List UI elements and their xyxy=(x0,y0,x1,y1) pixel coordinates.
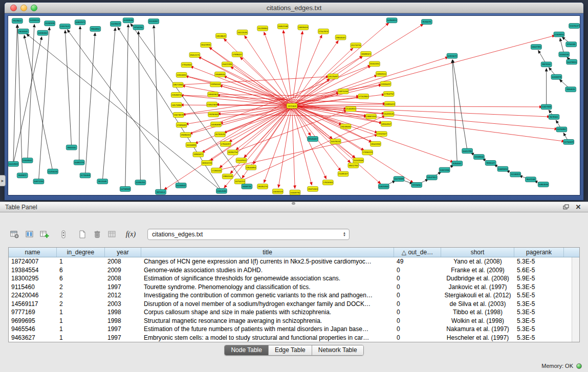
graph-node[interactable]: 17085681 xyxy=(176,122,187,127)
graph-node[interactable]: 17826905 xyxy=(322,180,333,185)
graph-node[interactable]: 16433105 xyxy=(383,112,394,117)
graph-node[interactable]: 19145457 xyxy=(308,137,318,142)
table-row[interactable]: 977716911998Corpus callosum shape and si… xyxy=(9,308,579,317)
graph-node[interactable]: 20421935 xyxy=(222,62,232,67)
graph-node[interactable]: 9284567 xyxy=(452,161,463,166)
panel-collapse-handle[interactable]: ▸ xyxy=(0,175,6,186)
graph-node[interactable]: 15673879 xyxy=(173,113,184,118)
graph-node[interactable]: 11652083 xyxy=(216,188,227,193)
table-row[interactable]: 911546021997Tourette syndrome. Phenomeno… xyxy=(9,283,579,292)
graph-node[interactable]: 19125487 xyxy=(328,74,338,79)
graph-node[interactable]: 10536978 xyxy=(551,74,562,79)
show-columns-icon[interactable] xyxy=(23,229,36,240)
graph-node[interactable]: 10196524 xyxy=(29,18,40,23)
graph-node[interactable]: 18560907 xyxy=(381,121,391,126)
graph-node[interactable]: 20885419 xyxy=(384,101,395,106)
close-panel-icon[interactable]: ✕ xyxy=(574,203,583,211)
graph-node[interactable]: 21552647 xyxy=(376,132,387,137)
network-canvas[interactable]: 1972409181186221602393119412175175543001… xyxy=(8,15,580,195)
graph-node[interactable]: 9678341 xyxy=(549,115,559,120)
graph-node[interactable]: 19887453 xyxy=(366,114,377,119)
graph-node[interactable]: 20694518 xyxy=(272,189,283,194)
table-row[interactable]: 969969511998Structural magnetic resonanc… xyxy=(9,317,579,325)
graph-node[interactable]: 9823164 xyxy=(541,62,552,67)
graph-node[interactable]: 19861545 xyxy=(222,174,233,179)
splitter-handle[interactable] xyxy=(292,202,295,205)
graph-node[interactable]: 10689453 xyxy=(497,166,508,171)
graph-node[interactable]: 12610651 xyxy=(176,72,187,77)
graph-node[interactable]: 18839059 xyxy=(298,25,309,30)
graph-node[interactable]: 19336497 xyxy=(380,81,391,86)
graph-node[interactable]: 11073598 xyxy=(394,177,404,182)
graph-node[interactable]: 9547208 xyxy=(526,177,536,182)
new-table-icon[interactable] xyxy=(76,229,89,240)
graph-node[interactable]: 9723450 xyxy=(411,183,422,188)
graph-node[interactable]: 10339596 xyxy=(123,18,134,23)
graph-node[interactable]: 11625047 xyxy=(569,24,580,29)
row-height-icon[interactable] xyxy=(57,229,70,240)
graph-node[interactable]: 17280531 xyxy=(211,168,222,173)
delete-table-icon[interactable] xyxy=(91,229,103,240)
graph-node[interactable]: 15863510 xyxy=(376,72,386,77)
graph-node[interactable]: 10647391 xyxy=(531,45,541,50)
graph-node[interactable]: 10547812 xyxy=(426,175,437,180)
column-header-title[interactable]: title xyxy=(141,248,394,257)
table-vertical-scrollbar[interactable] xyxy=(572,257,579,342)
graph-node[interactable]: 17507874 xyxy=(318,29,329,34)
graph-node[interactable]: 11390251 xyxy=(135,180,146,185)
graph-node[interactable]: 19041932 xyxy=(371,141,381,146)
graph-node[interactable]: 15950004 xyxy=(210,82,221,87)
graph-node[interactable]: 10356824 xyxy=(386,18,397,23)
graph-node[interactable]: 11608562 xyxy=(22,158,33,163)
graph-node[interactable]: 11184205 xyxy=(559,52,570,57)
minimize-button[interactable] xyxy=(20,5,27,11)
graph-node[interactable]: 17998437 xyxy=(232,52,243,57)
graph-node[interactable]: 16116835 xyxy=(186,142,197,147)
close-button[interactable] xyxy=(10,5,17,11)
graph-node[interactable]: 20802168 xyxy=(277,24,288,29)
tab-edge-table[interactable]: Edge Table xyxy=(269,345,312,355)
graph-node[interactable]: 16222035 xyxy=(237,30,248,35)
graph-node[interactable]: 19470163 xyxy=(308,186,318,191)
graph-node[interactable]: 11126997 xyxy=(148,19,159,24)
graph-node[interactable]: 18412760 xyxy=(348,163,359,168)
graph-node[interactable]: 11568340 xyxy=(474,155,485,160)
graph-node[interactable]: 10236947 xyxy=(176,183,186,188)
table-row[interactable]: 946362711997Embryonic stem cells: a mode… xyxy=(9,334,579,342)
graph-node[interactable]: 20163348 xyxy=(353,158,364,163)
graph-node[interactable]: 19290943 xyxy=(208,112,219,117)
graph-node[interactable]: 16754213 xyxy=(234,179,245,184)
graph-node[interactable]: 19588926 xyxy=(215,72,226,77)
graph-node[interactable]: 17162840 xyxy=(358,94,369,99)
graph-node[interactable]: 15228994 xyxy=(257,26,268,31)
graph-node[interactable]: 18035276 xyxy=(257,184,268,189)
graph-node[interactable]: 19546894 xyxy=(246,165,256,170)
graph-node[interactable]: 19965871 xyxy=(193,152,204,157)
graph-node[interactable]: 10482276 xyxy=(74,160,84,165)
import-table-icon[interactable] xyxy=(105,229,118,240)
graph-node[interactable]: 18698321 xyxy=(361,51,372,56)
graph-node[interactable]: 9390826 xyxy=(565,87,576,92)
graph-node[interactable]: 19412175 xyxy=(189,52,200,57)
table-mode-icon[interactable] xyxy=(8,229,21,240)
graph-node[interactable]: 9935127 xyxy=(485,161,496,166)
window-titlebar[interactable]: citations_edges.txt xyxy=(5,3,583,13)
graph-node[interactable]: 10294857 xyxy=(556,127,567,132)
graph-node[interactable]: 21440916 xyxy=(345,106,356,112)
graph-node[interactable]: 9458726 xyxy=(242,184,252,189)
graph-node[interactable]: 18280754 xyxy=(227,150,238,155)
graph-node[interactable]: 11246819 xyxy=(510,172,521,177)
graph-node[interactable]: 20578132 xyxy=(330,139,341,144)
graph-node[interactable]: 21173776 xyxy=(351,43,361,48)
column-header-in_degree[interactable]: in_degree xyxy=(57,248,105,257)
graph-node[interactable]: 9754230 xyxy=(133,25,144,30)
column-header-pagerank[interactable]: pagerank xyxy=(514,248,564,257)
zoom-button[interactable] xyxy=(31,5,37,11)
graph-node[interactable]: 21085327 xyxy=(338,171,349,177)
column-header-name[interactable]: name xyxy=(9,248,57,257)
tab-node-table[interactable]: Node Table xyxy=(225,345,269,355)
tab-network-table[interactable]: Network Table xyxy=(312,345,363,355)
graph-node[interactable]: 20732625 xyxy=(215,132,226,137)
graph-node[interactable]: 10024943 xyxy=(8,161,18,166)
table-row[interactable]: 1456911722003Disruption of a novel membe… xyxy=(9,300,579,309)
